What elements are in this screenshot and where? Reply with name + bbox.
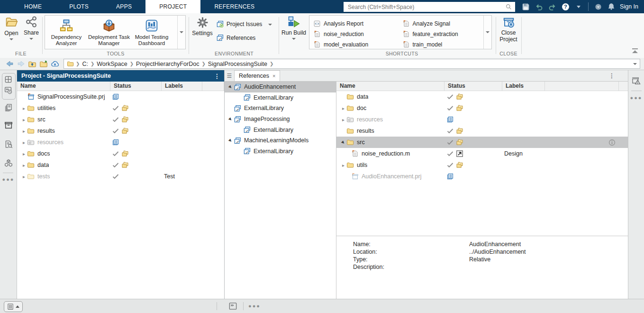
more-icon[interactable]: ●●● [248, 303, 261, 309]
help-icon[interactable] [560, 0, 571, 13]
tree-collapsed-caret-icon[interactable]: ▸ [340, 163, 346, 168]
tree-expanded-caret-icon[interactable]: ▶ [227, 115, 235, 123]
address-bar[interactable]: ❯C:❯WorkSpace❯ProjectHierarchyForDoc❯Sig… [63, 59, 640, 69]
reference-row-externallibrary[interactable]: ExternalLibrary [225, 146, 336, 157]
more-icon[interactable]: ●●● [628, 95, 644, 101]
reference-row-imageprocessing[interactable]: ▶ImageProcessing [225, 114, 336, 125]
details-panel-toggle-button[interactable] [4, 301, 23, 312]
crumb-signalprocessingsuite[interactable]: SignalProcessingSuite [207, 61, 269, 67]
tab-references[interactable]: References × [234, 70, 280, 81]
sign-in-link[interactable]: Sign In [620, 0, 638, 13]
reference-row-externallibrary[interactable]: ExternalLibrary [225, 103, 336, 114]
column-header-labels[interactable]: Labels [502, 82, 545, 91]
tree-row-noise-reduction-m[interactable]: noise_reduction.mDesign [336, 148, 628, 159]
column-header-name[interactable]: Name [17, 82, 110, 91]
tree-collapsed-caret-icon[interactable]: ▸ [21, 140, 27, 145]
tree-row-data[interactable]: ▸data [17, 159, 224, 171]
column-header-name[interactable]: Name [336, 82, 444, 91]
collapse-ribbon-button[interactable] [632, 48, 638, 54]
reference-row-externallibrary[interactable]: ExternalLibrary [225, 92, 336, 103]
up-one-level-button[interactable] [27, 59, 38, 69]
redo-icon[interactable] [546, 0, 558, 13]
more-icon[interactable]: ●●● [0, 176, 17, 182]
project-box-icon[interactable] [0, 121, 17, 129]
tree-collapsed-caret-icon[interactable]: ▸ [21, 174, 27, 179]
model-testing-dashboard-button[interactable]: Model Testing Dashboard [130, 16, 173, 49]
history-icon[interactable] [0, 86, 17, 94]
checks-warning-icon[interactable] [628, 76, 644, 85]
tree-row-docs[interactable]: ▸docs [17, 148, 224, 159]
settings-button[interactable]: Settings [190, 17, 214, 37]
tools-gallery-expand-button[interactable] [177, 16, 185, 49]
column-header-status[interactable]: Status [444, 82, 502, 91]
tree-expanded-caret-icon[interactable]: ▶ [340, 138, 347, 146]
new-folder-button[interactable] [38, 59, 49, 69]
search-input[interactable] [347, 3, 506, 11]
tree-row-src[interactable]: ▸src [17, 114, 224, 125]
notifications-bell-icon[interactable] [606, 0, 617, 13]
save-icon[interactable] [520, 0, 531, 13]
shortcuts-gallery-expand-button[interactable] [483, 16, 491, 49]
run-build-button[interactable]: Run Build [281, 16, 307, 40]
shortcut-model-evaluation[interactable]: model_evaluation [313, 41, 368, 48]
tree-expanded-caret-icon[interactable]: ▶ [227, 137, 235, 144]
reference-row-machinelearningmodels[interactable]: ▶MachineLearningModels [225, 135, 336, 146]
shortcut-noise-reduction[interactable]: noise_reduction [313, 30, 364, 38]
tree-collapsed-caret-icon[interactable]: ▸ [21, 163, 27, 168]
tree-row-results[interactable]: ▸results [17, 125, 224, 137]
reference-row-audioenhancement[interactable]: ▶AudioEnhancement [225, 82, 336, 92]
tree-collapsed-caret-icon[interactable]: ▸ [21, 106, 27, 111]
info-icon[interactable] [608, 137, 616, 148]
tree-row-data[interactable]: data [336, 91, 628, 102]
dependency-analyzer-button[interactable]: Dependency Analyzer [45, 16, 88, 49]
tree-collapsed-caret-icon[interactable]: ▸ [21, 151, 27, 156]
column-header-blank[interactable] [202, 82, 224, 91]
tree-collapsed-caret-icon[interactable]: ▸ [21, 117, 27, 122]
toolstrip-tab-apps[interactable]: APPS [102, 0, 145, 13]
deployment-task-manager-button[interactable]: Deployment Task Manager [88, 16, 130, 49]
tree-row-tests[interactable]: ▸testsTest [17, 171, 224, 182]
crumb-c[interactable]: C: [81, 61, 90, 67]
column-header-labels[interactable]: Labels [162, 82, 202, 91]
shortcut-analyze-signal[interactable]: Analyze Signal [402, 20, 450, 28]
tree-row-audioenhancement-prj[interactable]: AudioEnhancement.prj [336, 171, 628, 182]
dependencies-icon[interactable] [0, 159, 17, 167]
tab-list-icon[interactable]: ☰ [225, 70, 234, 81]
tree-row-results[interactable]: results [336, 125, 628, 137]
tree-row-resources[interactable]: ▸resources [17, 137, 224, 148]
tree-collapsed-caret-icon[interactable]: ▸ [340, 117, 346, 122]
crumb-workspace[interactable]: WorkSpace [95, 61, 128, 67]
command-window-icon[interactable] [228, 302, 237, 311]
shortcut-analysis-report[interactable]: Analysis Report [313, 20, 363, 28]
tree-row-src[interactable]: ▶src [336, 137, 628, 148]
tree-row-doc[interactable]: ▸doc [336, 102, 628, 114]
undo-icon[interactable] [533, 0, 544, 13]
column-header-status[interactable]: Status [110, 82, 162, 91]
help-dropdown-caret-icon[interactable] [573, 0, 584, 13]
toolstrip-tab-references[interactable]: REFERENCES [200, 0, 268, 13]
layout-grid-icon[interactable] [0, 75, 17, 83]
toolstrip-tab-home[interactable]: HOME [10, 0, 55, 13]
tab-bar-menu-icon[interactable]: ⋮ [609, 72, 615, 79]
account-icon[interactable] [592, 0, 604, 13]
project-issues-button[interactable]: Project Issues [216, 20, 272, 28]
share-button[interactable]: Share [22, 16, 41, 40]
close-tab-icon[interactable]: × [272, 73, 275, 79]
files-icon[interactable] [0, 103, 17, 112]
reference-row-externallibrary[interactable]: ExternalLibrary [225, 124, 336, 135]
shortcut-feature-extraction[interactable]: feature_extraction [402, 30, 458, 38]
open-button[interactable]: Open [2, 16, 21, 40]
address-dropdown-caret-icon[interactable] [633, 63, 637, 65]
crumb-projecthierarchyfordoc[interactable]: ProjectHierarchyForDoc [135, 61, 200, 67]
back-button[interactable] [4, 59, 15, 69]
forward-button[interactable] [15, 59, 27, 69]
panel-menu-icon[interactable]: ⋮ [214, 73, 220, 80]
toolstrip-tab-plots[interactable]: PLOTS [55, 0, 102, 13]
close-project-button[interactable]: Close Project [498, 16, 519, 43]
tree-collapsed-caret-icon[interactable]: ▸ [340, 106, 346, 111]
tree-collapsed-caret-icon[interactable]: ▸ [21, 129, 27, 134]
tree-row-utilities[interactable]: ▸utilities [17, 102, 224, 114]
references-button[interactable]: References [216, 34, 255, 42]
tree-row-resources[interactable]: ▸resources [336, 114, 628, 125]
toolstrip-tab-project[interactable]: PROJECT [145, 0, 200, 13]
